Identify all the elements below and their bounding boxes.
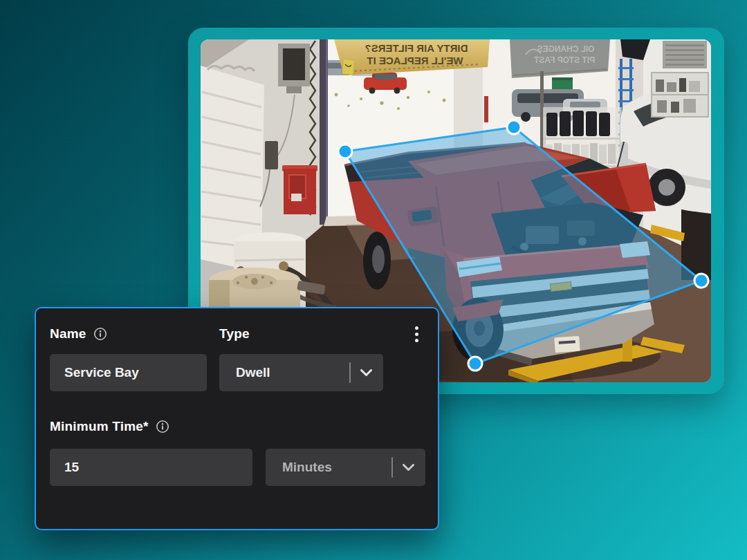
name-input[interactable] bbox=[50, 354, 207, 391]
fields-row-top: Dwell bbox=[50, 354, 425, 391]
chevron-down-icon bbox=[360, 369, 372, 377]
minimum-time-info-button[interactable] bbox=[156, 420, 169, 433]
type-label: Type bbox=[219, 326, 250, 342]
minimum-time-input[interactable] bbox=[50, 449, 252, 486]
kebab-dot bbox=[415, 333, 418, 336]
zone-handle[interactable] bbox=[507, 120, 521, 134]
zone-config-panel: Name Type Dwell Minimum Time* bbox=[35, 307, 439, 530]
fields-row-bottom: Minutes bbox=[50, 449, 425, 486]
zone-handle[interactable] bbox=[468, 357, 482, 371]
name-label: Name bbox=[50, 326, 86, 342]
zone-handle[interactable] bbox=[694, 274, 708, 288]
info-icon bbox=[93, 327, 107, 341]
kebab-menu-button[interactable] bbox=[412, 324, 421, 345]
unit-dropdown-value: Minutes bbox=[282, 460, 391, 475]
name-info-button[interactable] bbox=[93, 327, 107, 341]
zone-handle[interactable] bbox=[338, 144, 352, 158]
unit-dropdown[interactable]: Minutes bbox=[266, 449, 425, 486]
dropdown-divider bbox=[349, 362, 351, 383]
chevron-down-icon bbox=[403, 464, 414, 472]
labels-row-bottom: Minimum Time* bbox=[50, 419, 425, 434]
kebab-dot bbox=[415, 326, 418, 330]
type-dropdown-value: Dwell bbox=[236, 365, 349, 380]
type-dropdown[interactable]: Dwell bbox=[219, 354, 383, 391]
labels-row-top: Name Type bbox=[50, 326, 425, 342]
info-icon bbox=[156, 420, 169, 433]
kebab-dot bbox=[415, 339, 418, 342]
dropdown-divider bbox=[391, 457, 393, 478]
minimum-time-label: Minimum Time* bbox=[50, 419, 149, 434]
